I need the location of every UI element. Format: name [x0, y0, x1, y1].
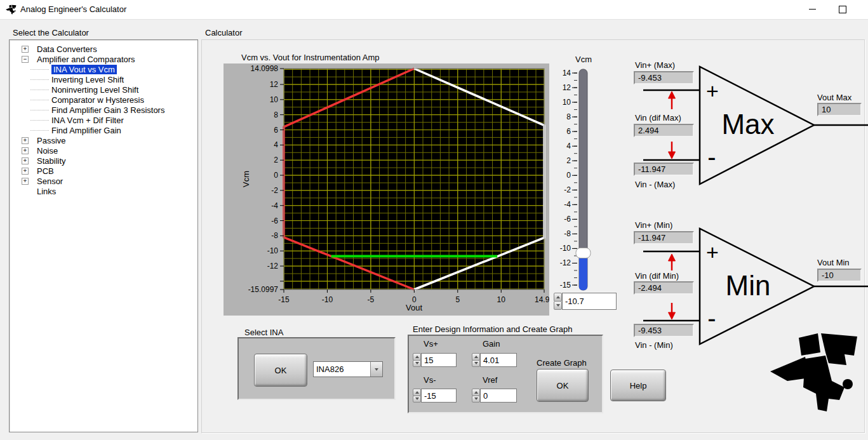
svg-text:14: 14 — [563, 69, 571, 77]
spin-down-icon[interactable] — [554, 301, 562, 310]
vs-plus-control[interactable]: 15 — [413, 353, 457, 367]
spin-down-icon[interactable] — [472, 396, 480, 403]
slider-thumb[interactable] — [576, 248, 591, 258]
tree-item-label[interactable]: INA Vcm + Dif Filter — [51, 116, 124, 125]
maximize-button[interactable] — [828, 0, 857, 18]
create-graph-label: Create Graph — [537, 358, 587, 368]
tree-item-label[interactable]: Comparator w Hysteresis — [51, 95, 144, 105]
max-triangle-label: Max — [721, 109, 774, 140]
vcm-slider[interactable]: 14121086420-2-4-6-8-10-12-15 — [558, 54, 621, 302]
vin-dif-max-value: 2.494 — [634, 124, 694, 137]
ina-dropdown-value[interactable]: INA826 — [314, 362, 370, 377]
vcm-vout-graph[interactable]: -15-10-5051014.9514.0998121086420-2-4-6-… — [224, 63, 549, 316]
minimize-button[interactable] — [798, 0, 827, 18]
vcm-value-field[interactable]: -10.7 — [562, 293, 617, 310]
svg-text:8: 8 — [566, 112, 571, 121]
vref-control[interactable]: 0 — [472, 389, 517, 403]
tree-item-noninverting-level-shift[interactable]: Noninverting Level Shift — [10, 84, 197, 95]
maximize-icon — [839, 6, 846, 13]
tree-item-label[interactable]: Inverting Level Shift — [51, 75, 124, 84]
tree-item-label[interactable]: Data Converters — [37, 44, 97, 54]
tree-item-ina-vcm-dif-filter[interactable]: INA Vcm + Dif Filter — [10, 115, 197, 125]
tree-item-ina-vout-vs-vcm[interactable]: INA Vout vs Vcm — [10, 64, 197, 74]
vs-minus-control[interactable]: -15 — [413, 389, 457, 403]
calculator-tree[interactable]: Data ConvertersAmplifier and Comparators… — [9, 39, 198, 432]
tree-item-label[interactable]: Noninverting Level Shift — [51, 85, 138, 95]
x-axis-label: Vout — [406, 303, 422, 312]
tree-item-pcb[interactable]: PCB — [10, 166, 197, 176]
svg-text:0: 0 — [566, 171, 571, 180]
vcm-spinner[interactable] — [554, 293, 562, 310]
dropdown-arrow-icon[interactable] — [370, 362, 382, 377]
ina-dropdown[interactable]: INA826 — [313, 361, 383, 377]
spin-up-icon[interactable] — [472, 389, 480, 396]
spin-down-icon[interactable] — [413, 396, 421, 403]
tree-expander-plus-icon[interactable] — [22, 157, 29, 164]
svg-text:8: 8 — [274, 110, 278, 119]
svg-text:-2: -2 — [271, 186, 278, 195]
tree-item-label[interactable]: Sensor — [37, 177, 63, 186]
tree-item-label[interactable]: Find Amplifier Gain — [51, 126, 121, 135]
tree-item-label[interactable]: Amplifier and Comparators — [37, 55, 135, 64]
vout-min-value: -10 — [817, 269, 862, 282]
tree-expander-plus-icon[interactable] — [22, 147, 29, 154]
tree-item-inverting-level-shift[interactable]: Inverting Level Shift — [10, 74, 197, 84]
tree-item-passive[interactable]: Passive — [10, 135, 197, 145]
help-button[interactable]: Help — [610, 370, 666, 401]
tree-expander-plus-icon[interactable] — [22, 46, 29, 53]
tree-item-links[interactable]: Links — [10, 186, 197, 196]
gain-field[interactable]: 4.01 — [480, 353, 517, 367]
title-bar: Analog Engineer's Calculator — [0, 0, 868, 20]
tree-item-comparator-w-hysteresis[interactable]: Comparator w Hysteresis — [10, 95, 197, 105]
vcm-value-control[interactable]: -10.7 — [554, 293, 617, 310]
vin-minus-min-value: -9.453 — [634, 324, 694, 337]
tree-item-label[interactable]: INA Vout vs Vcm — [51, 65, 117, 74]
svg-text:2: 2 — [566, 156, 571, 165]
gain-spinner[interactable] — [472, 353, 480, 367]
vs-plus-field[interactable]: 15 — [421, 353, 457, 367]
spin-up-icon[interactable] — [413, 353, 421, 361]
tree-expander-minus-icon[interactable] — [22, 56, 29, 63]
svg-text:-10: -10 — [560, 244, 571, 253]
spin-down-icon[interactable] — [413, 360, 421, 368]
vs-plus-spinner[interactable] — [413, 353, 421, 367]
vref-field[interactable]: 0 — [480, 389, 517, 403]
tree-item-label[interactable]: Stability — [37, 156, 66, 166]
tree-item-label[interactable]: Passive — [37, 136, 66, 145]
vin-dif-min-value: -2.494 — [634, 281, 694, 295]
tree-expander-plus-icon[interactable] — [22, 178, 29, 185]
tree-item-find-amplifier-gain-3-resistors[interactable]: Find Amplifier Gain 3 Resistors — [10, 105, 197, 115]
tree-item-noise[interactable]: Noise — [10, 145, 197, 156]
tree-item-data-converters[interactable]: Data Converters — [10, 44, 197, 54]
panel-title: Calculator — [205, 28, 243, 37]
create-graph-ok-button[interactable]: OK — [537, 369, 589, 402]
min-triangle-label: Min — [726, 270, 771, 301]
tree-item-label[interactable]: Links — [37, 187, 56, 196]
vs-minus-field[interactable]: -15 — [421, 389, 457, 403]
vref-spinner[interactable] — [472, 389, 480, 403]
svg-text:2: 2 — [274, 156, 278, 164]
select-ina-ok-button[interactable]: OK — [254, 354, 307, 387]
tree-expander-plus-icon[interactable] — [22, 137, 29, 144]
tree-item-label[interactable]: PCB — [37, 166, 54, 176]
tree-connector — [30, 100, 49, 100]
vs-minus-spinner[interactable] — [413, 389, 421, 403]
tree-expander-plus-icon[interactable] — [22, 168, 29, 175]
spin-down-icon[interactable] — [472, 360, 480, 368]
window-title: Analog Engineer's Calculator — [20, 4, 126, 14]
tree-item-label[interactable]: Find Amplifier Gain 3 Resistors — [51, 105, 164, 115]
tree-item-label[interactable]: Noise — [37, 146, 58, 156]
spin-up-icon[interactable] — [554, 293, 562, 302]
tree-item-stability[interactable]: Stability — [10, 156, 197, 166]
spin-up-icon[interactable] — [413, 389, 421, 396]
spin-up-icon[interactable] — [472, 353, 480, 361]
tree-connector — [30, 79, 49, 80]
tree-item-amplifier-and-comparators[interactable]: Amplifier and Comparators — [10, 54, 197, 64]
tree-item-find-amplifier-gain[interactable]: Find Amplifier Gain — [10, 125, 197, 135]
tree-item-sensor[interactable]: Sensor — [10, 176, 197, 186]
svg-text:-15.0997: -15.0997 — [248, 285, 279, 294]
min-dif-down-arrow-icon — [669, 303, 676, 319]
svg-text:-4: -4 — [564, 200, 571, 209]
svg-text:-12: -12 — [267, 262, 279, 270]
gain-control[interactable]: 4.01 — [472, 353, 517, 367]
